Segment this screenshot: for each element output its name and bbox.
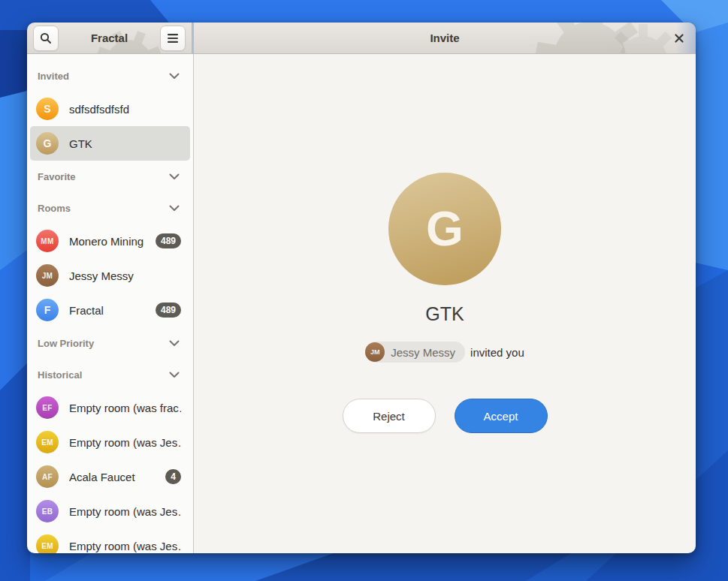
sidebar-room-item[interactable]: F Fractal 489 — [30, 293, 190, 327]
page-title: Invite — [430, 32, 459, 44]
room-name: GTK — [425, 303, 464, 325]
room-item-name: Empty room (was Jes… — [69, 436, 181, 449]
sidebar-section-favorite[interactable]: Favorite — [27, 161, 193, 192]
room-avatar-initial: G — [426, 201, 464, 257]
room-item-name: Jessy Messy — [69, 269, 181, 282]
sidebar-headerbar: Fractal — [27, 23, 194, 54]
sidebar-room-item[interactable]: EF Empty room (was frac… — [30, 390, 190, 425]
room-item-avatar: F — [36, 299, 59, 321]
sidebar-room-item[interactable]: AF Acala Faucet 4 — [30, 459, 190, 494]
reject-button[interactable]: Reject — [343, 399, 436, 433]
room-item-name: sdfsdfsdfsfd — [69, 103, 181, 116]
sidebar-section-label: Invited — [38, 71, 69, 82]
room-item-avatar: MM — [36, 230, 59, 252]
gear-watermark — [606, 23, 681, 54]
chevron-down-icon — [169, 340, 180, 347]
sidebar-room-item[interactable]: JM Jessy Messy — [30, 258, 190, 293]
room-item-name: Monero Mining — [69, 235, 145, 248]
room-item-avatar: EM — [36, 431, 59, 453]
chevron-down-icon — [169, 205, 180, 212]
invite-headerbar: Invite — [194, 23, 696, 54]
room-avatar: G — [388, 173, 501, 285]
room-sidebar: Invited S sdfsdfsdfsfd G GTK Favorite Ro… — [27, 54, 194, 553]
room-item-avatar: S — [36, 98, 59, 120]
sidebar-room-item[interactable]: MM Monero Mining 489 — [30, 224, 190, 258]
room-item-avatar: EM — [36, 534, 59, 553]
sidebar-section-rooms[interactable]: Rooms — [27, 192, 193, 224]
room-item-name: Empty room (was frac… — [69, 402, 181, 414]
room-item-name: GTK — [69, 137, 181, 150]
chevron-down-icon — [169, 173, 180, 180]
accept-button[interactable]: Accept — [455, 399, 548, 433]
sidebar-section-low-priority[interactable]: Low Priority — [27, 327, 193, 359]
room-item-name: Fractal — [69, 304, 145, 317]
sidebar-room-item[interactable]: EM Empty room (was Jes… — [30, 528, 190, 553]
room-item-avatar: AF — [36, 465, 59, 488]
fractal-window: Fractal — [27, 23, 696, 553]
sidebar-section-label: Rooms — [38, 203, 71, 214]
search-icon — [40, 32, 52, 44]
sidebar-section-label: Low Priority — [38, 338, 94, 349]
room-item-avatar: JM — [36, 264, 59, 287]
invite-pane: G GTK JM Jessy Messy invited you Reject … — [194, 54, 696, 553]
sidebar-room-item-selected[interactable]: G GTK — [30, 126, 190, 161]
room-item-avatar: G — [36, 132, 59, 155]
sidebar-section-historical[interactable]: Historical — [27, 359, 193, 390]
sidebar-room-item[interactable]: EM Empty room (was Jes… — [30, 425, 190, 459]
hamburger-menu-icon — [168, 34, 178, 43]
main-menu-button[interactable] — [160, 26, 186, 51]
sidebar-room-item[interactable]: EB Empty room (was Jes… — [30, 494, 190, 528]
inviter-avatar: JM — [365, 342, 385, 362]
room-item-name: Empty room (was Jes… — [69, 540, 181, 552]
room-item-name: Acala Faucet — [69, 471, 155, 483]
close-button[interactable] — [675, 23, 684, 53]
chevron-down-icon — [169, 372, 180, 378]
inviter-name: Jessy Messy — [391, 346, 455, 359]
invited-you-text: invited you — [470, 346, 524, 359]
room-item-avatar: EF — [36, 396, 59, 419]
inviter-row: JM Jessy Messy invited you — [365, 342, 524, 363]
sidebar-room-item[interactable]: S sdfsdfsdfsfd — [30, 92, 190, 126]
sidebar-section-label: Historical — [38, 369, 82, 381]
search-button[interactable] — [33, 26, 59, 51]
invite-actions: Reject Accept — [343, 399, 548, 433]
app-title: Fractal — [91, 32, 128, 44]
close-icon — [675, 34, 684, 43]
unread-count-badge: 489 — [156, 233, 181, 248]
unread-count-badge: 489 — [156, 303, 181, 318]
room-item-name: Empty room (was Jes… — [69, 505, 181, 518]
unread-count-badge: 4 — [165, 469, 181, 484]
inviter-pill[interactable]: JM Jessy Messy — [365, 342, 465, 363]
sidebar-section-label: Favorite — [38, 171, 76, 182]
room-item-avatar: EB — [36, 500, 59, 522]
sidebar-section-invited[interactable]: Invited — [27, 60, 193, 92]
chevron-down-icon — [169, 73, 180, 80]
